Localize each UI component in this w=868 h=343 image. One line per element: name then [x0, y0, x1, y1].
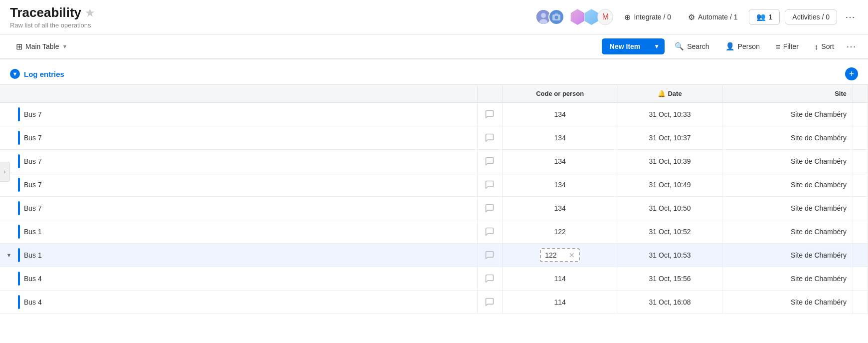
td-comment-cell[interactable] [477, 267, 502, 291]
activities-btn[interactable]: Activities / 0 [785, 9, 837, 24]
invite-label: 1 [769, 13, 773, 21]
td-name-cell[interactable]: Bus 4 [0, 291, 477, 314]
new-item-main-btn[interactable]: New Item [602, 38, 648, 54]
comment-icon[interactable] [484, 156, 496, 166]
row-name: Bus 1 [24, 228, 42, 236]
td-name-cell[interactable]: ▼Bus 1 [0, 244, 477, 267]
row-bar [18, 295, 20, 309]
toolbar-more-btn[interactable]: ⋯ [844, 38, 858, 54]
hex-icons: M [569, 9, 613, 25]
header-actions: M ⊕ Integrate / 0 ⚙ Automate / 1 👥 1 Act… [535, 9, 858, 25]
header-more-btn[interactable]: ⋯ [842, 9, 858, 25]
td-comment-cell[interactable] [477, 197, 502, 220]
main-table-btn[interactable]: ⊞ Main Table ▼ [10, 39, 73, 54]
comment-icon[interactable] [484, 109, 496, 119]
td-date-cell: 31 Oct, 15:56 [618, 267, 722, 291]
log-entries-collapse-arrow: ▼ [12, 71, 18, 77]
collapse-arrow-icon: › [4, 168, 6, 175]
th-date: 🔔Date [618, 85, 722, 103]
td-comment-cell[interactable] [477, 103, 502, 126]
data-table: Code or person 🔔Date Site Bus 713431 Oct… [0, 84, 868, 314]
td-comment-cell[interactable] [477, 150, 502, 173]
row-name: Bus 7 [24, 110, 42, 118]
search-btn[interactable]: 🔍 Search [669, 39, 715, 54]
td-comment-cell[interactable] [477, 126, 502, 150]
integrate-btn[interactable]: ⊕ Integrate / 0 [618, 9, 677, 25]
integrate-icon: ⊕ [624, 12, 631, 22]
table-row: Bus 713431 Oct, 10:49Site de Chambéry [0, 173, 868, 197]
filter-btn[interactable]: ≡ Filter [770, 39, 805, 54]
sort-btn[interactable]: ↕ Sort [809, 39, 840, 54]
svg-point-1 [541, 13, 546, 18]
td-name-cell[interactable]: Bus 7 [0, 103, 477, 126]
td-date-cell: 31 Oct, 10:33 [618, 103, 722, 126]
new-item-dropdown-btn[interactable]: ▼ [649, 39, 665, 54]
table-area: ▼ Log entries + Code or person 🔔Date Sit… [0, 59, 868, 314]
td-comment-cell[interactable] [477, 244, 502, 267]
new-item-btn[interactable]: New Item ▼ [602, 38, 665, 54]
add-column-btn[interactable]: + [845, 67, 858, 80]
page-subtitle: Raw list of all the operations [10, 21, 529, 29]
log-entries-header: ▼ Log entries + [0, 59, 868, 84]
comment-icon[interactable] [484, 133, 496, 143]
comment-icon[interactable] [484, 203, 496, 213]
cell-clear-btn[interactable]: ✕ [569, 251, 575, 259]
th-site: Site [722, 85, 853, 103]
td-row-actions [853, 291, 868, 314]
td-row-actions [853, 103, 868, 126]
row-expand-icon[interactable]: ▼ [4, 250, 14, 260]
td-name-cell[interactable]: Bus 7 [0, 150, 477, 173]
hex-icon-1 [569, 9, 585, 25]
td-date-cell: 31 Oct, 16:08 [618, 291, 722, 314]
table-row: Bus 713431 Oct, 10:39Site de Chambéry [0, 150, 868, 173]
activities-label: Activities / 0 [792, 13, 830, 21]
row-name: Bus 4 [24, 298, 42, 306]
comment-icon[interactable] [484, 227, 496, 237]
td-row-actions [853, 220, 868, 244]
editable-code-cell[interactable]: 122✕ [540, 248, 580, 262]
row-bar [18, 178, 20, 192]
td-code-cell: 134 [502, 103, 618, 126]
table-row: Bus 713431 Oct, 10:37Site de Chambéry [0, 126, 868, 150]
th-comment [477, 85, 502, 103]
table-row: Bus 411431 Oct, 15:56Site de Chambéry [0, 267, 868, 291]
td-comment-cell[interactable] [477, 291, 502, 314]
td-comment-cell[interactable] [477, 173, 502, 197]
td-name-cell[interactable]: Bus 7 [0, 173, 477, 197]
table-row: Bus 112231 Oct, 10:52Site de Chambéry [0, 220, 868, 244]
td-name-cell[interactable]: Bus 7 [0, 197, 477, 220]
th-name [0, 85, 477, 103]
comment-icon[interactable] [484, 250, 496, 260]
row-bar [18, 248, 20, 262]
td-code-cell: 122 [502, 220, 618, 244]
avatar-camera[interactable] [548, 9, 564, 25]
td-row-actions [853, 173, 868, 197]
td-name-cell[interactable]: Bus 4 [0, 267, 477, 291]
td-code-cell[interactable]: 122✕ [502, 244, 618, 267]
td-site-cell: Site de Chambéry [722, 220, 853, 244]
th-code: Code or person [502, 85, 618, 103]
invite-icon: 👥 [756, 12, 766, 21]
comment-icon[interactable] [484, 180, 496, 190]
comment-icon[interactable] [484, 297, 496, 307]
star-icon[interactable]: ★ [85, 7, 94, 19]
left-collapse-btn[interactable]: › [0, 162, 10, 182]
log-entries-title[interactable]: Log entries [24, 70, 64, 78]
td-comment-cell[interactable] [477, 220, 502, 244]
td-name-cell[interactable]: Bus 7 [0, 126, 477, 150]
td-site-cell: Site de Chambéry [722, 173, 853, 197]
td-row-actions [853, 197, 868, 220]
svg-point-4 [555, 16, 558, 19]
person-btn[interactable]: 👤 Person [719, 39, 766, 54]
log-entries-collapse-icon[interactable]: ▼ [10, 69, 20, 79]
comment-icon[interactable] [484, 274, 496, 284]
td-code-cell: 134 [502, 173, 618, 197]
sort-label: Sort [821, 42, 834, 50]
row-bar [18, 225, 20, 239]
more-icon: ⋯ [845, 11, 855, 22]
automate-btn[interactable]: ⚙ Automate / 1 [682, 9, 743, 25]
td-name-cell[interactable]: Bus 1 [0, 220, 477, 244]
main-table-chevron-icon: ▼ [62, 43, 67, 49]
invite-btn[interactable]: 👥 1 [749, 9, 780, 25]
table-row: Bus 713431 Oct, 10:33Site de Chambéry [0, 103, 868, 126]
